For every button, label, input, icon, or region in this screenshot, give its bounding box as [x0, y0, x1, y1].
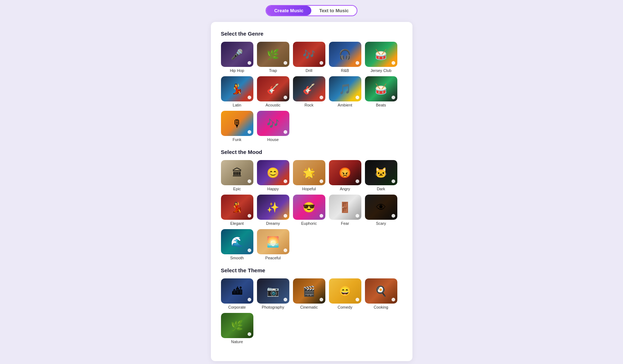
genre-card-img-funk: 🎙 [221, 111, 253, 136]
genre-card-dot-hiphop [248, 61, 251, 65]
mood-card-img-elegant: 💃 [221, 195, 253, 220]
mood-card-img-dark: 🐱 [365, 160, 397, 185]
mood-card-dreamy[interactable]: ✨Dreamy [257, 195, 289, 226]
genre-card-dot-beats [392, 96, 395, 99]
genre-card-hiphop[interactable]: 🎤Hip Hop [221, 42, 253, 73]
genre-card-latin[interactable]: 💃Latin [221, 76, 253, 107]
theme-card-cooking[interactable]: 🍳Cooking [365, 278, 397, 309]
genre-card-img-rock: 🎸 [293, 76, 325, 101]
mood-card-img-hopeful: 🌟 [293, 160, 325, 185]
theme-card-img-comedy: 😄 [329, 278, 361, 304]
theme-card-dot-corporate [248, 298, 251, 301]
mood-card-label-angry: Angry [340, 187, 350, 191]
genre-card-img-hiphop: 🎤 [221, 42, 253, 67]
genre-card-dot-rock [320, 96, 323, 99]
genre-card-rock[interactable]: 🎸Rock [293, 76, 325, 107]
mood-card-img-dreamy: ✨ [257, 195, 289, 220]
genre-card-img-rnb: 🎧 [329, 42, 361, 67]
theme-card-nature[interactable]: 🌿Nature [221, 313, 253, 344]
theme-card-img-nature: 🌿 [221, 313, 253, 338]
genre-card-dot-jerseyclub [392, 61, 395, 65]
mood-card-angry[interactable]: 😡Angry [329, 160, 361, 191]
genre-card-dot-ambient [356, 96, 359, 99]
mood-card-dot-euphoric [320, 214, 323, 218]
genre-card-img-beats: 🥁 [365, 76, 397, 101]
mood-card-dot-elegant [248, 214, 251, 218]
genre-card-label-latin: Latin [233, 103, 241, 107]
mood-card-hopeful[interactable]: 🌟Hopeful [293, 160, 325, 191]
theme-card-cinematic[interactable]: 🎬Cinematic [293, 278, 325, 309]
mood-section-title: Select the Mood [221, 149, 402, 155]
theme-card-label-cooking: Cooking [374, 305, 388, 309]
theme-section-title: Select the Theme [221, 267, 402, 273]
theme-card-photography[interactable]: 📷Photography [257, 278, 289, 309]
mood-card-label-dreamy: Dreamy [266, 221, 280, 226]
genre-card-dot-acoustic [284, 96, 287, 99]
mood-card-img-smooth: 🌊 [221, 229, 253, 254]
main-panel: Select the Genre 🎤Hip Hop🌿Trap🎶Drill🎧R&B… [211, 22, 412, 361]
genre-card-label-rock: Rock [304, 103, 313, 107]
mood-card-label-fear: Fear [341, 221, 349, 226]
mood-card-smooth[interactable]: 🌊Smooth [221, 229, 253, 260]
genre-card-drill[interactable]: 🎶Drill [293, 42, 325, 73]
genre-card-label-funk: Funk [233, 137, 241, 142]
theme-card-label-photography: Photography [262, 305, 284, 309]
genre-card-funk[interactable]: 🎙Funk [221, 111, 253, 142]
create-music-tab[interactable]: Create Music [266, 6, 311, 15]
theme-card-img-corporate: 🏙 [221, 278, 253, 304]
mood-card-img-euphoric: 😎 [293, 195, 325, 220]
mood-card-euphoric[interactable]: 😎Euphoric [293, 195, 325, 226]
genre-card-label-drill: Drill [306, 68, 312, 73]
genre-card-img-ambient: 🎵 [329, 76, 361, 101]
genre-card-rnb[interactable]: 🎧R&B [329, 42, 361, 73]
theme-card-corporate[interactable]: 🏙Corporate [221, 278, 253, 309]
genre-card-house[interactable]: 🎶House [257, 111, 289, 142]
genre-card-label-house: House [267, 137, 279, 142]
genre-card-jerseyclub[interactable]: 🥁Jersey Club [365, 42, 397, 73]
theme-card-img-cooking: 🍳 [365, 278, 397, 304]
theme-card-label-cinematic: Cinematic [300, 305, 318, 309]
theme-card-dot-photography [284, 298, 287, 301]
genre-card-img-latin: 💃 [221, 76, 253, 101]
theme-card-comedy[interactable]: 😄Comedy [329, 278, 361, 309]
mood-card-img-fear: 🚪 [329, 195, 361, 220]
theme-card-img-cinematic: 🎬 [293, 278, 325, 304]
mood-card-fear[interactable]: 🚪Fear [329, 195, 361, 226]
genre-card-dot-funk [248, 130, 251, 134]
genre-card-img-house: 🎶 [257, 111, 289, 136]
mood-card-dark[interactable]: 🐱Dark [365, 160, 397, 191]
genre-card-label-ambient: Ambient [338, 103, 352, 107]
theme-card-img-photography: 📷 [257, 278, 289, 304]
theme-card-dot-nature [248, 332, 251, 336]
genre-card-img-acoustic: 🎸 [257, 76, 289, 101]
mood-card-epic[interactable]: 🏛Epic [221, 160, 253, 191]
mood-card-dot-peaceful [284, 249, 287, 252]
genre-card-dot-rnb [356, 61, 359, 65]
mood-card-dot-angry [356, 179, 359, 183]
mood-card-img-peaceful: 🌅 [257, 229, 289, 254]
mood-card-label-elegant: Elegant [230, 221, 244, 226]
theme-card-dot-cooking [392, 298, 395, 301]
genre-card-label-rnb: R&B [341, 68, 349, 73]
mood-card-img-happy: 😊 [257, 160, 289, 185]
genre-section-title: Select the Genre [221, 31, 402, 37]
mood-card-scary[interactable]: 👁Scary [365, 195, 397, 226]
genre-card-label-acoustic: Acoustic [266, 103, 281, 107]
mood-card-dot-smooth [248, 249, 251, 252]
genre-card-acoustic[interactable]: 🎸Acoustic [257, 76, 289, 107]
text-to-music-tab[interactable]: Text to Music [311, 6, 357, 15]
mood-card-happy[interactable]: 😊Happy [257, 160, 289, 191]
theme-card-dot-comedy [356, 298, 359, 301]
genre-card-beats[interactable]: 🥁Beats [365, 76, 397, 107]
genre-card-dot-house [284, 130, 287, 134]
genre-card-label-trap: Trap [269, 68, 277, 73]
mood-card-elegant[interactable]: 💃Elegant [221, 195, 253, 226]
mood-card-img-angry: 😡 [329, 160, 361, 185]
mood-card-dot-hopeful [320, 179, 323, 183]
genre-card-trap[interactable]: 🌿Trap [257, 42, 289, 73]
genre-card-ambient[interactable]: 🎵Ambient [329, 76, 361, 107]
mood-card-label-scary: Scary [376, 221, 386, 226]
tab-group: Create Music Text to Music [266, 5, 357, 16]
mood-card-label-dark: Dark [377, 187, 385, 191]
mood-card-peaceful[interactable]: 🌅Peaceful [257, 229, 289, 260]
